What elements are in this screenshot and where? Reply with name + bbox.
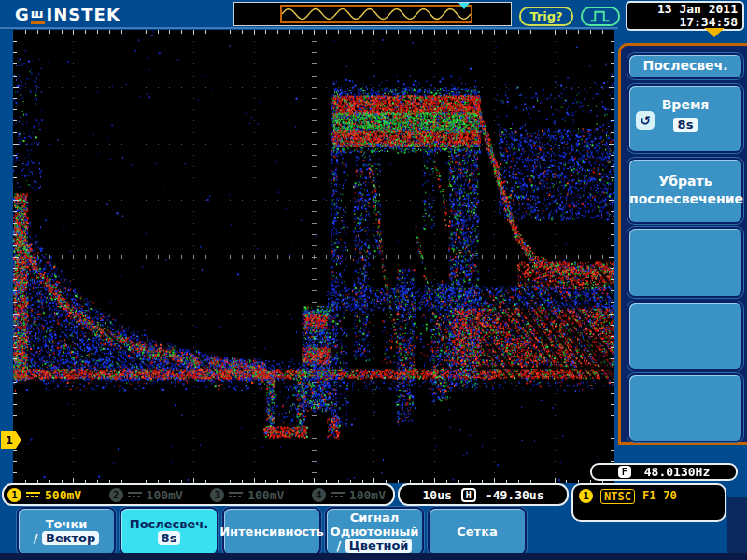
dc-coupling-icon	[26, 492, 40, 497]
trigger-position-marker-icon	[458, 3, 470, 9]
timebase-scale: 10us	[423, 488, 452, 502]
channel-4-readout: 4100mV	[312, 488, 386, 502]
trigger-line: 70	[663, 489, 676, 502]
timebase-offset: -49.30us	[486, 488, 544, 502]
softkey-3-button[interactable]: Интенсивность	[222, 507, 321, 555]
softkey-label: Интенсивность	[219, 525, 324, 539]
dc-coupling-icon	[128, 492, 142, 497]
trigger-mode: NTSC	[600, 489, 635, 504]
softkey-5-button[interactable]: Сетка	[428, 507, 527, 555]
trigger-field: F1	[642, 489, 655, 502]
time-text: 17:34:58	[632, 16, 738, 29]
channel-1-badge: 1	[7, 488, 21, 502]
channel-2-scale: 100mV	[147, 488, 183, 502]
frequency-icon: F	[618, 466, 631, 478]
channel-2-readout: 2100mV	[109, 488, 183, 502]
side-menu-label: Убрать	[629, 173, 741, 190]
softkey-2-button[interactable]: Послесвеч.8s	[120, 507, 218, 555]
rotate-knob-icon: ↺	[636, 111, 655, 130]
softkey-label: Послесвеч.	[130, 517, 208, 531]
waveform-preview-window	[280, 5, 472, 23]
softkey-label: Сигнал	[350, 511, 400, 525]
channel-4-scale: 100mV	[349, 488, 386, 502]
trigger-status-bar: 1 NTSC F1 70	[571, 483, 726, 522]
side-menu-label: Время	[629, 97, 741, 112]
softkey-label: Однотонный	[331, 525, 419, 539]
dc-coupling-icon	[331, 492, 345, 497]
trigger-source-badge: 1	[579, 489, 593, 503]
oscilloscope-screen: GшINSTEK Trig? 13 Jan 2011 17:34:58 1 F …	[0, 0, 747, 560]
bottom-bezel-strip	[0, 553, 747, 560]
channel-3-badge: 3	[210, 488, 224, 502]
datetime-display: 13 Jan 2011 17:34:58	[626, 1, 744, 31]
softkey-label: Сетка	[457, 525, 498, 539]
softkey-value: 8s	[158, 531, 181, 545]
preview-sine-icon	[282, 7, 471, 21]
side-menu-value: 8s	[673, 118, 698, 132]
frequency-value: 48.0130Hz	[644, 465, 710, 479]
side-menu-panel: Послесвеч. ↺Время8sУбратьпослесвечение	[618, 43, 747, 445]
pulse-icon	[585, 8, 615, 24]
side-menu-title: Послесвеч.	[627, 53, 743, 79]
menu-pointer-icon	[704, 28, 725, 37]
date-text: 13 Jan 2011	[632, 3, 738, 16]
softkey-1-button[interactable]: Точки/ Вектор	[17, 507, 116, 555]
side-menu-time-button[interactable]: ↺Время8s	[627, 84, 743, 153]
channel1-ground-label: 1	[6, 433, 13, 447]
side-menu-empty-button-3[interactable]	[627, 227, 743, 298]
logo-text: INSTEK	[47, 5, 120, 24]
waveform-display	[13, 30, 614, 483]
trigger-frequency-readout: F 48.0130Hz	[590, 463, 738, 481]
channel-3-scale: 100mV	[247, 488, 284, 502]
run-mode-badge	[581, 7, 620, 26]
side-menu-empty-button-4[interactable]	[627, 301, 743, 371]
timebase-status-bar: 10us H -49.30us	[398, 483, 569, 506]
side-menu-clear-persistence-button[interactable]: Убратьпослесвечение	[627, 158, 743, 224]
softkey-4-button[interactable]: СигналОднотонный/ Цветной	[325, 507, 424, 555]
channel-2-badge: 2	[109, 488, 123, 502]
logo-g: G	[15, 5, 30, 24]
softkey-toggle: / Вектор	[34, 531, 100, 545]
side-menu-empty-button-5[interactable]	[627, 373, 743, 442]
channel-status-bar: 1500mV2100mV3100mV4100mV	[2, 483, 395, 506]
trigger-status-badge: Trig?	[519, 7, 573, 26]
side-menu-label: послесвечение	[629, 190, 741, 208]
horizontal-icon: H	[461, 488, 476, 502]
channel-1-readout: 1500mV	[7, 488, 81, 502]
logo-sha-glyph: ш	[31, 7, 45, 24]
softkey-toggle: / Цветной	[337, 539, 413, 553]
gwinstek-logo: GшINSTEK	[15, 5, 120, 27]
topbar-separator	[0, 27, 618, 29]
acquisition-memory-bar	[233, 2, 512, 26]
channel-1-scale: 500mV	[45, 488, 81, 502]
dc-coupling-icon	[229, 492, 243, 497]
channel-3-readout: 3100mV	[210, 488, 284, 502]
channel-4-badge: 4	[312, 488, 326, 502]
corner-tab	[727, 497, 747, 553]
softkey-label: Точки	[46, 517, 88, 531]
